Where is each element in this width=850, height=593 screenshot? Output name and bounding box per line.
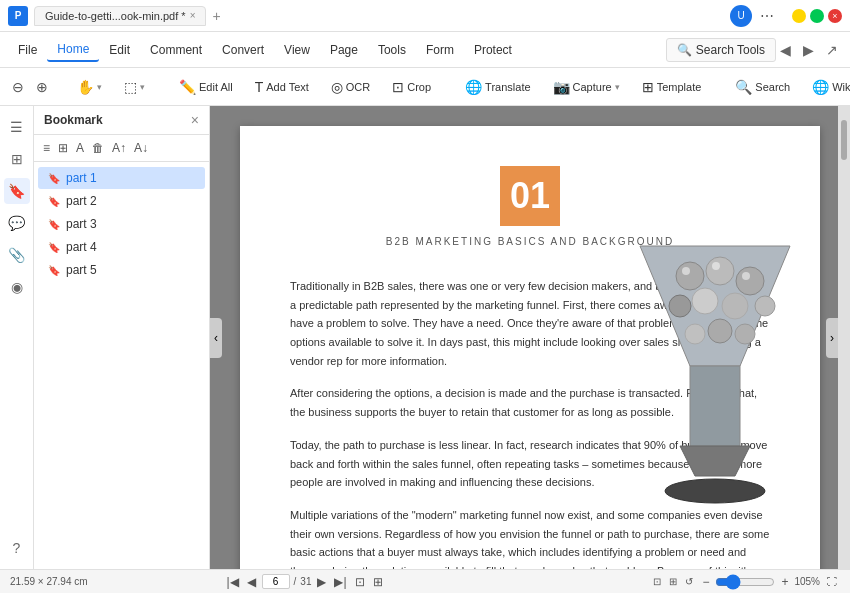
menu-home[interactable]: Home	[47, 38, 99, 62]
ocr-button[interactable]: ◎ OCR	[322, 75, 379, 99]
panel-collapse-right[interactable]: ›	[826, 318, 838, 358]
search-button[interactable]: 🔍 Search	[726, 75, 799, 99]
bookmark-item-icon: 🔖	[48, 173, 60, 184]
capture-button[interactable]: 📷 Capture ▾	[544, 75, 629, 99]
total-pages: 31	[300, 576, 311, 587]
bm-list-icon[interactable]: ≡	[40, 139, 53, 157]
bookmark-title: Bookmark	[44, 113, 103, 127]
bookmark-item-icon: 🔖	[48, 196, 60, 207]
first-page-button[interactable]: |◀	[224, 575, 240, 589]
svg-marker-2	[680, 446, 750, 476]
current-page-input[interactable]	[262, 574, 290, 589]
tool-dropdown-arrow: ▾	[97, 82, 102, 92]
bookmark-item-label: part 5	[66, 263, 97, 277]
wikipedia-icon: 🌐	[812, 79, 829, 95]
translate-icon: 🌐	[465, 79, 482, 95]
bookmark-header: Bookmark ×	[34, 106, 209, 135]
bm-move-up-icon[interactable]: A↑	[109, 139, 129, 157]
ocr-icon: ◎	[331, 79, 343, 95]
pdf-viewer[interactable]: ‹ › 01 B2B Marketing Basics and Backgrou…	[210, 106, 850, 569]
bookmark-item[interactable]: 🔖 part 4	[38, 236, 205, 258]
prev-page-button[interactable]: ◀	[245, 575, 258, 589]
single-page-icon[interactable]: ⊡	[353, 575, 367, 589]
menu-protect[interactable]: Protect	[464, 39, 522, 61]
menu-page[interactable]: Page	[320, 39, 368, 61]
fit-width-button[interactable]: ⊡	[650, 575, 664, 588]
scroll-thumb[interactable]	[841, 120, 847, 160]
wikipedia-button[interactable]: 🌐 Wikipedia	[803, 75, 850, 99]
page-navigation: |◀ ◀ / 31 ▶ ▶| ⊡ ⊞	[224, 574, 384, 589]
zoom-in-status-button[interactable]: +	[779, 575, 790, 589]
last-page-button[interactable]: ▶|	[332, 575, 348, 589]
fullscreen-button[interactable]: ⛶	[824, 575, 840, 588]
menu-icon[interactable]: ⋯	[760, 8, 774, 24]
zoom-out-button[interactable]: ⊖	[8, 77, 28, 97]
nav-forward-button[interactable]: ▶	[799, 40, 818, 60]
svg-point-3	[665, 479, 765, 503]
template-button[interactable]: ⊞ Template	[633, 75, 711, 99]
panel-collapse-left[interactable]: ‹	[210, 318, 222, 358]
menu-comment[interactable]: Comment	[140, 39, 212, 61]
template-icon: ⊞	[642, 79, 654, 95]
menu-convert[interactable]: Convert	[212, 39, 274, 61]
menu-edit[interactable]: Edit	[99, 39, 140, 61]
user-avatar[interactable]: U	[730, 5, 752, 27]
edit-all-button[interactable]: ✏️ Edit All	[170, 75, 242, 99]
bm-move-down-icon[interactable]: A↓	[131, 139, 151, 157]
svg-point-10	[755, 296, 775, 316]
svg-point-16	[742, 272, 750, 280]
sidebar-icon-attachment[interactable]: 📎	[4, 242, 30, 268]
fit-page-button[interactable]: ⊞	[666, 575, 680, 588]
fit-rotate-button[interactable]: ↺	[682, 575, 696, 588]
add-text-button[interactable]: T Add Text	[246, 75, 318, 99]
bookmark-item[interactable]: 🔖 part 1	[38, 167, 205, 189]
sidebar-icon-help[interactable]: ?	[4, 535, 30, 561]
sidebar-icon-menu[interactable]: ☰	[4, 114, 30, 140]
menu-form[interactable]: Form	[416, 39, 464, 61]
translate-button[interactable]: 🌐 Translate	[456, 75, 539, 99]
nav-share-button[interactable]: ↗	[822, 40, 842, 60]
app-logo: P	[8, 6, 28, 26]
hand-tool-button[interactable]: ✋ ▾	[68, 75, 111, 99]
document-tab[interactable]: Guide-to-getti...ook-min.pdf * ×	[34, 6, 206, 26]
zoom-slider[interactable]	[715, 574, 775, 590]
tab-close-button[interactable]: ×	[190, 10, 196, 21]
select-icon: ⬚	[124, 79, 137, 95]
menu-tools[interactable]: Tools	[368, 39, 416, 61]
crop-button[interactable]: ⊡ Crop	[383, 75, 440, 99]
bookmark-item[interactable]: 🔖 part 5	[38, 259, 205, 281]
new-tab-button[interactable]: +	[212, 8, 220, 24]
bm-rename-icon[interactable]: A	[73, 139, 87, 157]
bookmark-item[interactable]: 🔖 part 3	[38, 213, 205, 235]
bookmark-item-icon: 🔖	[48, 242, 60, 253]
sidebar-icon-layers[interactable]: ◉	[4, 274, 30, 300]
dual-page-icon[interactable]: ⊞	[371, 575, 385, 589]
edit-icon: ✏️	[179, 79, 196, 95]
sidebar-icon-comment[interactable]: 💬	[4, 210, 30, 236]
bm-delete-icon[interactable]: 🗑	[89, 139, 107, 157]
close-button[interactable]: ×	[828, 9, 842, 23]
sidebar-icon-bookmark[interactable]: 🔖	[4, 178, 30, 204]
svg-point-5	[706, 257, 734, 285]
bookmark-toolbar: ≡ ⊞ A 🗑 A↑ A↓	[34, 135, 209, 162]
menu-view[interactable]: View	[274, 39, 320, 61]
scrollbar[interactable]	[838, 106, 850, 569]
bookmark-item-label: part 4	[66, 240, 97, 254]
bookmark-item[interactable]: 🔖 part 2	[38, 190, 205, 212]
nav-back-button[interactable]: ◀	[776, 40, 795, 60]
minimize-button[interactable]	[792, 9, 806, 23]
maximize-button[interactable]	[810, 9, 824, 23]
page-separator: /	[294, 576, 297, 587]
next-page-button[interactable]: ▶	[315, 575, 328, 589]
sidebar-icon-thumbnail[interactable]: ⊞	[4, 146, 30, 172]
menu-file[interactable]: File	[8, 39, 47, 61]
zoom-in-button[interactable]: ⊕	[32, 77, 52, 97]
svg-point-12	[685, 324, 705, 344]
bm-grid-icon[interactable]: ⊞	[55, 139, 71, 157]
select-tool-button[interactable]: ⬚ ▾	[115, 75, 154, 99]
search-tools-button[interactable]: 🔍 Search Tools	[666, 38, 776, 62]
svg-point-15	[712, 262, 720, 270]
svg-point-4	[676, 262, 704, 290]
zoom-out-status-button[interactable]: −	[700, 575, 711, 589]
bookmark-close-button[interactable]: ×	[191, 112, 199, 128]
